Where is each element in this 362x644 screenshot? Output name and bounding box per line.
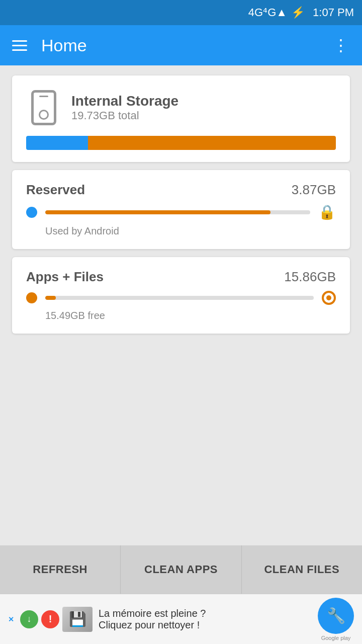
storage-progress-bar: [26, 136, 336, 150]
page-title: Home: [41, 36, 333, 55]
top-bar: Home ⋮: [0, 25, 362, 65]
radio-icon: [322, 291, 336, 305]
apps-progress-row: [26, 291, 336, 305]
apps-subtitle: 15.49GB free: [45, 310, 336, 321]
reserved-card: Reserved 3.87GB 🔒 Used by Android: [12, 170, 350, 249]
apps-row: Apps + Files 15.86GB: [26, 269, 336, 285]
lock-icon: 🔒: [318, 204, 336, 220]
used-segment: [26, 136, 88, 150]
storage-header: Internal Storage 19.73GB total: [26, 88, 336, 128]
ad-gplay-button[interactable]: 🔧: [318, 598, 354, 634]
storage-info: Internal Storage 19.73GB total: [71, 93, 178, 122]
ad-left-icons: ✕: [8, 615, 14, 623]
apps-progress-bar: [45, 296, 314, 300]
apps-value: 15.86GB: [284, 269, 336, 285]
status-bar: 4G⁴G▲ ⚡ 1:07 PM: [0, 0, 362, 25]
phone-icon: [26, 88, 61, 128]
ad-sub-text: Cliquez pour nettoyer !: [99, 619, 312, 631]
reserved-progress-fill: [45, 210, 270, 214]
storage-total: 19.73GB total: [71, 109, 178, 122]
reserved-label: Reserved: [26, 182, 85, 198]
reserved-subtitle: Used by Android: [45, 225, 336, 237]
apps-files-card: Apps + Files 15.86GB 15.49GB free: [12, 257, 350, 334]
ad-close-icon[interactable]: ✕: [8, 615, 14, 623]
ad-warning-icon: !: [41, 610, 59, 628]
internal-storage-card: Internal Storage 19.73GB total: [12, 75, 350, 162]
time-display: 1:07 PM: [313, 6, 354, 19]
reserved-value: 3.87GB: [292, 182, 336, 198]
hamburger-menu-button[interactable]: [12, 40, 27, 51]
status-icons: 4G⁴G▲ ⚡ 1:07 PM: [248, 6, 354, 19]
ad-text: La mémoire est pleine ? Cliquez pour net…: [99, 608, 312, 631]
clean-apps-button[interactable]: CLEAN APPS: [121, 545, 241, 594]
main-content: Internal Storage 19.73GB total Reserved …: [0, 65, 362, 545]
ad-download-icon: ↓: [20, 610, 38, 628]
ad-gplay-container: 🔧 Google play: [318, 598, 354, 641]
refresh-button[interactable]: REFRESH: [0, 545, 121, 594]
signal-icon: 4G⁴G▲: [248, 6, 287, 19]
reserved-progress-row: 🔒: [26, 204, 336, 220]
ad-banner[interactable]: ✕ ↓ ! 💾 La mémoire est pleine ? Cliquez …: [0, 594, 362, 644]
reserved-dot: [26, 207, 37, 218]
apps-dot: [26, 292, 37, 303]
reserved-progress-bar: [45, 210, 310, 214]
ad-gplay-label: Google play: [321, 635, 351, 641]
storage-title: Internal Storage: [71, 93, 178, 109]
apps-segment: [88, 136, 336, 150]
more-options-button[interactable]: ⋮: [333, 36, 350, 55]
ad-main-text: La mémoire est pleine ?: [99, 608, 312, 619]
apps-label: Apps + Files: [26, 269, 104, 285]
clean-files-button[interactable]: CLEAN FILES: [242, 545, 362, 594]
battery-icon: ⚡: [291, 6, 305, 19]
reserved-row: Reserved 3.87GB: [26, 182, 336, 198]
apps-progress-fill: [45, 296, 56, 300]
ad-disk-image: 💾: [62, 607, 93, 632]
bottom-action-bar: REFRESH CLEAN APPS CLEAN FILES: [0, 545, 362, 594]
